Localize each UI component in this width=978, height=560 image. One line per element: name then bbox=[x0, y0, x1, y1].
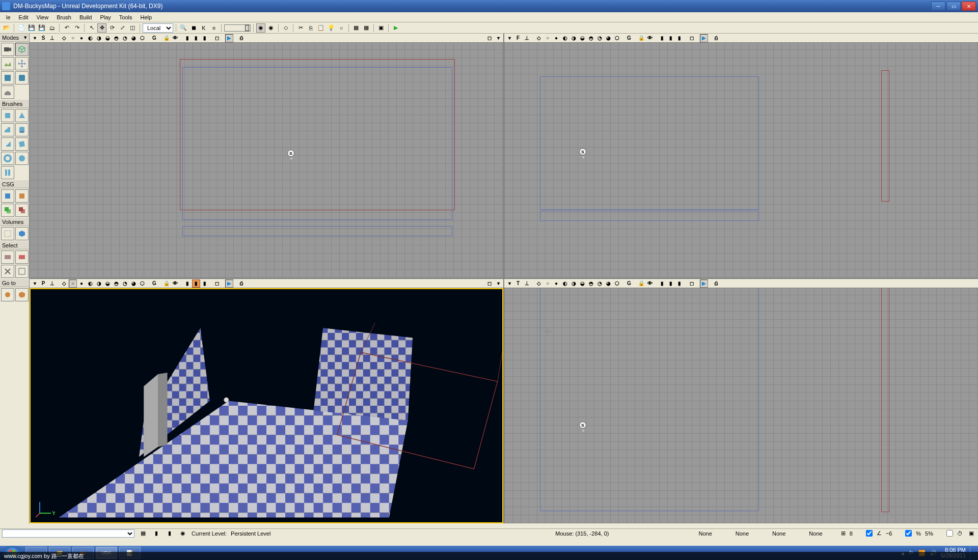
vp-lightonly-icon[interactable]: ◑ bbox=[95, 279, 103, 288]
cut-button[interactable]: ✂ bbox=[296, 23, 305, 33]
vp-lightcomplex-icon[interactable]: ◒ bbox=[578, 279, 586, 288]
menu-build[interactable]: Build bbox=[75, 13, 96, 21]
move-mode-button[interactable] bbox=[15, 57, 29, 70]
vp-camspeed3-icon[interactable]: ▮ bbox=[675, 279, 684, 288]
vp-realtime-icon[interactable]: ⊥ bbox=[523, 279, 531, 288]
vp-unlit-icon[interactable]: ○ bbox=[544, 34, 552, 42]
level-btn-1[interactable]: ▦ bbox=[139, 529, 148, 538]
vp-unlit-icon[interactable]: ○ bbox=[544, 279, 552, 288]
vp-eye-icon[interactable]: 👁 bbox=[171, 34, 179, 42]
kismet-button[interactable]: K bbox=[199, 23, 208, 33]
vp-lightonly-icon[interactable]: ◑ bbox=[569, 279, 578, 288]
push-button[interactable]: ▣ bbox=[967, 529, 976, 538]
rot-value[interactable]: ~6 bbox=[886, 530, 892, 537]
vp-screenshot-icon[interactable]: ⎙ bbox=[237, 34, 246, 42]
vp-dropdown-icon[interactable]: ▾ bbox=[31, 34, 39, 42]
matinee-button[interactable]: ≡ bbox=[209, 23, 219, 33]
vp-game-icon[interactable]: G bbox=[150, 34, 158, 42]
vp-eye-icon[interactable]: 👁 bbox=[646, 279, 654, 288]
viewport-perspective-canvas[interactable]: Y bbox=[30, 288, 503, 523]
vp-litdetail-icon[interactable]: ◐ bbox=[561, 279, 569, 288]
new-button[interactable]: 📄 bbox=[17, 23, 26, 33]
vp-wireframe-icon[interactable]: ◇ bbox=[535, 34, 543, 42]
vp-type-label[interactable]: S bbox=[39, 34, 47, 42]
select-mode-button[interactable]: ↖ bbox=[87, 23, 96, 33]
vp-camspeed2-icon[interactable]: ▮ bbox=[667, 34, 675, 42]
csg-add-button[interactable] bbox=[1, 189, 14, 203]
vp-litdetail-icon[interactable]: ◐ bbox=[561, 34, 569, 42]
vp-lit-icon[interactable]: ● bbox=[77, 279, 86, 288]
vp-camspeed3-icon[interactable]: ▮ bbox=[201, 279, 209, 288]
vp-shadercomplex-icon[interactable]: ◔ bbox=[121, 279, 129, 288]
vp-lightcomplex-icon[interactable]: ◒ bbox=[103, 34, 112, 42]
special-brush-button[interactable] bbox=[1, 227, 14, 240]
vp-camspeed3-icon[interactable]: ▮ bbox=[675, 34, 684, 42]
level-btn-4[interactable]: ◉ bbox=[178, 529, 187, 538]
vp-camspeed2-icon[interactable]: ▮ bbox=[192, 34, 200, 42]
spiralstair-button[interactable] bbox=[1, 152, 14, 165]
tetra-brush-button[interactable] bbox=[1, 166, 14, 179]
vp-lightonly-icon[interactable]: ◑ bbox=[569, 34, 578, 42]
geometry-mode-button[interactable] bbox=[15, 43, 29, 56]
vp-eye-icon[interactable]: 👁 bbox=[646, 34, 654, 42]
menu-tools[interactable]: Tools bbox=[115, 13, 137, 21]
vp-realtime-icon[interactable]: ⊥ bbox=[48, 279, 56, 288]
vp-texdensity-icon[interactable]: ◓ bbox=[587, 279, 595, 288]
mesh-paint-button[interactable] bbox=[15, 71, 29, 85]
open-button[interactable]: 📂 bbox=[2, 23, 11, 33]
vp-maximize-icon[interactable]: ◻ bbox=[688, 34, 696, 42]
vp-lit-icon[interactable]: ● bbox=[552, 34, 560, 42]
vp-wireframe-icon[interactable]: ◇ bbox=[60, 279, 68, 288]
csg-subtract-button[interactable] bbox=[15, 189, 29, 203]
maximize-button[interactable]: ▭ bbox=[946, 2, 961, 11]
level-btn-3[interactable]: ▮ bbox=[165, 529, 174, 538]
sheet-brush-button[interactable] bbox=[15, 137, 29, 151]
vp-dropdown-icon[interactable]: ▾ bbox=[31, 279, 39, 288]
build-geom-button[interactable]: ○ bbox=[337, 23, 346, 33]
vp-texdensity-icon[interactable]: ◓ bbox=[112, 34, 120, 42]
vp-lit-icon[interactable]: ● bbox=[77, 34, 86, 42]
curvedstair-button[interactable] bbox=[1, 123, 14, 136]
vp-unlit-icon[interactable]: ○ bbox=[69, 279, 77, 288]
close-button[interactable]: ✕ bbox=[962, 2, 976, 11]
coord-space-dropdown[interactable]: Local bbox=[143, 23, 173, 33]
build-options-button[interactable]: ▦ bbox=[362, 23, 371, 33]
menu-edit[interactable]: Edit bbox=[15, 13, 33, 21]
farplane-slider[interactable] bbox=[224, 24, 251, 32]
vp-dropdown2-icon[interactable]: ▾ bbox=[494, 34, 502, 42]
vp-game-icon[interactable]: G bbox=[150, 279, 158, 288]
vp-realtime-icon[interactable]: ⊥ bbox=[523, 34, 531, 42]
vp-type-label[interactable]: F bbox=[514, 34, 522, 42]
goto-actor-button[interactable] bbox=[1, 288, 14, 301]
ai-paths-button[interactable]: ◇ bbox=[281, 23, 290, 33]
vp-play-icon[interactable]: ▶ bbox=[700, 279, 708, 288]
csg-deintersect-button[interactable] bbox=[15, 204, 29, 217]
csg-intersect-button[interactable] bbox=[1, 204, 14, 217]
vp-dropdown-icon[interactable]: ▾ bbox=[505, 279, 513, 288]
texture-mode-button[interactable] bbox=[1, 71, 14, 85]
vp-maximize-icon[interactable]: ◻ bbox=[688, 279, 696, 288]
level-dropdown[interactable] bbox=[2, 529, 134, 538]
vp-reflection-icon[interactable]: ⬡ bbox=[613, 34, 621, 42]
vp-reflection-icon[interactable]: ⬡ bbox=[138, 34, 146, 42]
menu-view[interactable]: View bbox=[33, 13, 53, 21]
vp-lightonly-icon[interactable]: ◑ bbox=[95, 34, 103, 42]
vp-shadercomplex-icon[interactable]: ◔ bbox=[595, 279, 604, 288]
dropdown-icon[interactable]: ▾ bbox=[24, 34, 27, 41]
rotate-button[interactable]: ⟳ bbox=[107, 23, 117, 33]
static-mesh-button[interactable] bbox=[1, 86, 14, 99]
vp-unlit-icon[interactable]: ○ bbox=[69, 34, 77, 42]
vp-dropdown-icon[interactable]: ▾ bbox=[505, 34, 513, 42]
vp-camspeed1-icon[interactable]: ▮ bbox=[658, 34, 666, 42]
select-all-button[interactable] bbox=[15, 265, 29, 278]
vp-play-icon[interactable]: ▶ bbox=[225, 279, 233, 288]
undo-button[interactable]: ↶ bbox=[62, 23, 71, 33]
menu-play[interactable]: Play bbox=[96, 13, 115, 21]
menu-help[interactable]: Help bbox=[137, 13, 156, 21]
vp-lock-icon[interactable]: 🔒 bbox=[637, 279, 645, 288]
vp-dropdown2-icon[interactable]: ▾ bbox=[494, 279, 502, 288]
vp-type-label[interactable]: P bbox=[39, 279, 47, 288]
vp-litdetail-icon[interactable]: ◐ bbox=[86, 34, 94, 42]
goto-builder-button[interactable] bbox=[15, 288, 29, 301]
vp-eye-icon[interactable]: 👁 bbox=[171, 279, 179, 288]
